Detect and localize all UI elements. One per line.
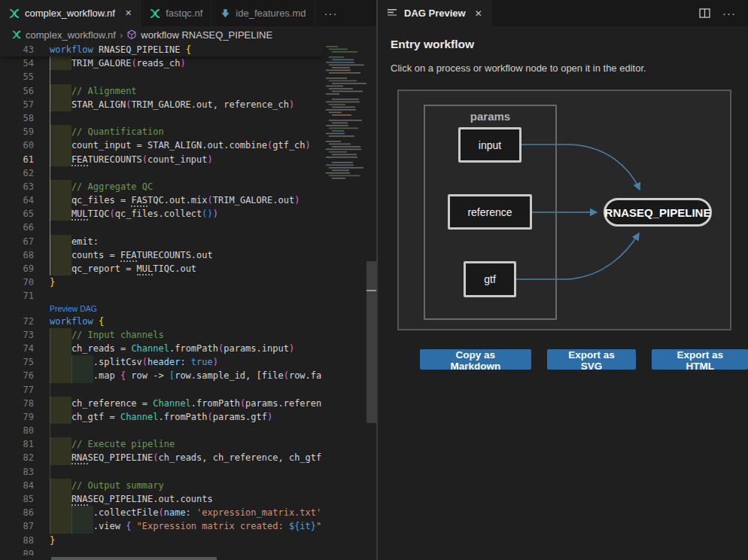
scrollbar-thumb[interactable] xyxy=(51,557,217,560)
code-line[interactable]: 74ch_reads = Channel.fromPath(params.inp… xyxy=(0,342,324,355)
indent-guide xyxy=(50,84,71,98)
line-number: 78 xyxy=(0,397,34,410)
code-line[interactable]: 87.view { "Expression matrix created: ${… xyxy=(0,519,324,533)
code-line[interactable]: 72workflow { xyxy=(0,315,324,328)
code-line[interactable]: 56// Alignment xyxy=(0,84,324,98)
close-icon[interactable]: ✕ xyxy=(125,8,132,18)
indent-guide xyxy=(50,98,71,111)
tab-fastqc[interactable]: fastqc.nf xyxy=(141,0,211,26)
code-line[interactable]: 63// Aggregate QC xyxy=(0,180,324,193)
indent-guide xyxy=(50,383,50,397)
indent-guide xyxy=(71,519,93,533)
code-token: emit: xyxy=(71,236,99,247)
split-editor-icon[interactable] xyxy=(699,8,710,18)
code-token: ) xyxy=(267,412,272,422)
code-line[interactable]: 67emit: xyxy=(0,235,324,248)
code-token: FAS xyxy=(131,195,147,207)
code-line[interactable]: 68counts = FEATURECOUNTS.out xyxy=(0,248,324,262)
line-number: 56 xyxy=(0,84,34,98)
panel-tab-dag-preview[interactable]: DAG Preview ✕ xyxy=(378,0,492,26)
code-line[interactable]: 64qc_files = FASTQC.out.mix(TRIM_GALORE.… xyxy=(0,193,324,207)
code-line[interactable]: 86.collectFile(name: 'expression_matrix.… xyxy=(0,506,324,519)
export-html-button[interactable]: Export as HTML xyxy=(652,349,748,370)
code-line[interactable]: 77 xyxy=(0,383,324,397)
indent-guide xyxy=(50,410,71,424)
tab-ide-features[interactable]: ide_features.md xyxy=(211,0,315,26)
line-number: 59 xyxy=(0,125,34,138)
code-token: count_input = STAR_ALIGN.out.combine xyxy=(71,140,267,151)
code-token: .fromPath xyxy=(191,398,240,409)
code-token: ) xyxy=(180,58,185,68)
code-line[interactable]: 59// Quantification xyxy=(0,125,324,138)
copy-markdown-button[interactable]: Copy as Markdown xyxy=(420,349,531,370)
code-token: counts = xyxy=(71,250,120,260)
code-line[interactable]: 80 xyxy=(0,424,324,437)
close-icon[interactable]: ✕ xyxy=(475,8,482,19)
code-line[interactable]: 60count_input = STAR_ALIGN.out.combine(g… xyxy=(0,138,324,152)
code-line[interactable]: 66 xyxy=(0,221,324,234)
tab-overflow-button[interactable]: ··· xyxy=(315,0,347,26)
code-line[interactable]: 85RNASEQ_PIPELINE.out.counts xyxy=(0,492,324,506)
code-token: ( xyxy=(142,154,147,165)
code-line[interactable]: 54TRIM_GALORE(reads_ch) xyxy=(0,56,324,70)
code-line[interactable]: 57STAR_ALIGN(TRIM_GALORE.out, reference_… xyxy=(0,98,324,111)
code-line[interactable]: 78ch_reference = Channel.fromPath(params… xyxy=(0,397,324,410)
code-line[interactable]: 65MULTIQC(qc_files.collect()) xyxy=(0,207,324,221)
dag-preview-panel: DAG Preview ✕ ··· Entry workflow Click o… xyxy=(376,0,748,560)
indent-guide xyxy=(50,125,71,138)
node-input[interactable]: input xyxy=(458,127,521,163)
indent-guide xyxy=(50,207,71,221)
nextflow-icon xyxy=(8,8,20,20)
code-area[interactable]: 54TRIM_GALORE(reads_ch)5556// Alignment5… xyxy=(0,56,324,555)
code-line[interactable]: 70} xyxy=(0,275,324,289)
code-line[interactable]: 62 xyxy=(0,166,324,180)
sticky-scroll-line[interactable]: 43workflow RNASEQ_PIPELINE { xyxy=(0,43,324,56)
code-line[interactable]: 73// Input channels xyxy=(0,328,324,342)
codelens-preview-dag[interactable]: Preview DAG xyxy=(50,304,97,313)
code-line[interactable]: 58 xyxy=(0,111,324,125)
code-line[interactable]: 81// Execute pipeline xyxy=(0,437,324,451)
code-token: Channel xyxy=(131,343,169,354)
code-line[interactable]: 84// Output summary xyxy=(0,479,324,492)
line-number: 74 xyxy=(0,342,34,355)
code-line[interactable]: 71 xyxy=(0,289,324,303)
horizontal-scrollbar[interactable] xyxy=(0,556,324,560)
panel-tab-label: DAG Preview xyxy=(404,8,466,19)
code-line[interactable]: 75.splitCsv(header: true) xyxy=(0,355,324,369)
export-svg-button[interactable]: Export as SVG xyxy=(547,349,637,370)
code-line[interactable]: 69qc_report = MULTIQC.out xyxy=(0,262,324,275)
code-editor[interactable]: 43workflow RNASEQ_PIPELINE { 54TRIM_GALO… xyxy=(0,43,376,560)
code-token: // Output summary xyxy=(71,480,164,491)
node-rnaseq-pipeline[interactable]: RNASEQ_PIPELINE xyxy=(604,198,712,227)
codelens-row[interactable]: Preview DAG xyxy=(0,303,324,315)
code-line[interactable]: 83 xyxy=(0,465,324,479)
code-line[interactable]: 76.map { row -> [row.sample_id, [file(ro… xyxy=(0,369,324,382)
panel-tab-bar: DAG Preview ✕ ··· xyxy=(378,0,748,26)
breadcrumb-symbol[interactable]: workflow RNASEQ_PIPELINE xyxy=(141,29,272,41)
nextflow-icon xyxy=(11,29,22,40)
breadcrumb[interactable]: complex_workflow.nf › workflow RNASEQ_PI… xyxy=(0,26,376,43)
indent-guide xyxy=(71,369,93,382)
code-line[interactable]: 55 xyxy=(0,70,324,84)
line-number: 71 xyxy=(0,289,34,303)
breadcrumb-file[interactable]: complex_workflow.nf xyxy=(26,29,116,41)
code-token: ( xyxy=(202,208,207,219)
code-token: count_input xyxy=(147,154,207,165)
code-line[interactable]: 61FEATURECOUNTS(count_input) xyxy=(0,153,324,166)
node-reference[interactable]: reference xyxy=(448,194,532,230)
code-token: ch_reads = xyxy=(71,343,131,354)
node-gtf[interactable]: gtf xyxy=(464,261,516,297)
scrollbar-thumb[interactable] xyxy=(366,261,376,423)
code-line[interactable]: 89 xyxy=(0,547,324,555)
tab-complex-workflow[interactable]: complex_workflow.nf ✕ xyxy=(0,0,141,26)
vertical-scrollbar[interactable] xyxy=(366,43,376,560)
code-line[interactable]: 82RNASEQ_PIPELINE(ch_reads, ch_reference… xyxy=(0,451,324,464)
line-number: 61 xyxy=(0,153,34,166)
code-token: ( xyxy=(208,412,213,422)
code-line[interactable]: 88} xyxy=(0,534,324,547)
code-line[interactable]: 79ch_gtf = Channel.fromPath(params.gtf) xyxy=(0,410,324,424)
minimap[interactable] xyxy=(324,43,366,560)
panel-more-button[interactable]: ··· xyxy=(722,7,736,20)
line-number: 85 xyxy=(0,492,34,506)
indent-guide xyxy=(50,166,50,180)
